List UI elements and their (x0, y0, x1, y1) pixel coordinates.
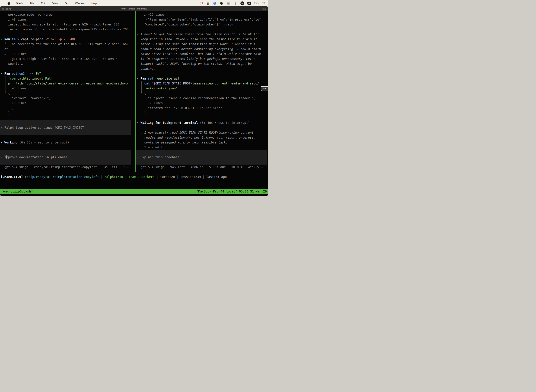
tmux-host-clock: "MacBook-Pro-44.local" 05:03 31-Mar-26 (196, 189, 267, 194)
wifi-icon[interactable] (262, 1, 266, 5)
terminal-line: ] (1, 106, 135, 111)
terminal-line: … +7 lines (137, 101, 268, 106)
terminal-line: • Ran tmux capture-pane -t %25 -p -S -80 (1, 37, 135, 42)
terminal-line: └ { (137, 91, 268, 96)
terminal-line: ↳ 1 new msg(s): read $OMX_TEAM_STATE_ROO… (137, 130, 268, 135)
menu-items: SlackFileEditViewGoWindowHelp (16, 2, 97, 5)
terminal-line: cat "$OMX_TEAM_STATE_ROOT/team/review-cu… (137, 81, 268, 86)
terminal-line (1, 135, 135, 140)
terminal-line: ⌥ + ↑ edit (137, 145, 268, 150)
terminal-line (1, 115, 135, 120)
terminal-line: … +9 lines (1, 101, 135, 106)
terminal-line: gpt-5.4 xhigh · 94% left · 488K in · 5.1… (137, 165, 268, 169)
menu-item-window[interactable]: Window (75, 2, 85, 5)
terminal-line (137, 160, 268, 165)
terminal-line (137, 27, 268, 32)
squiggle-icon[interactable] (234, 1, 237, 5)
terminal-line: › Ralph loop active continue [OMX_TMUX_I… (1, 125, 135, 130)
blue-bolt-icon[interactable] (213, 1, 216, 5)
terminal-line: … +3 lines (1, 86, 135, 91)
terminal-line: } (137, 111, 268, 115)
tmux-status-bar: [omx-cczip0:bash* "MacBook-Pro-44.local"… (0, 189, 268, 194)
terminal-line: • Ran set -euo pipefail (137, 76, 268, 81)
pane-right[interactable]: … +16 lines '{"team_name":"my-team","tas… (136, 11, 268, 172)
terminal-line: is in progress? It seems likely but perh… (137, 56, 268, 61)
omx-hud-status: [OMX#0.11.9] cczip/essay/ai-reimplementa… (0, 174, 268, 179)
terminal-line (1, 130, 135, 135)
terminal-line: └ be necessary for the end of the README… (1, 42, 135, 47)
count-badge-icon[interactable]: ..61 (240, 1, 244, 5)
pane-divider[interactable] (135, 11, 136, 172)
terminal-line: } (1, 111, 135, 115)
terminal-line: • I need to get the claim token from the… (137, 32, 268, 37)
terminal-line: weekly … (1, 61, 135, 66)
menu-item-view[interactable]: View (52, 2, 58, 5)
terminal-line: inspect_worker-1: omx sparkshell --tmux-… (1, 27, 135, 32)
window-titlebar[interactable]: omx --xhigh --madmax ⌥⌘1 (0, 6, 268, 11)
terminal-line: gpt-5.4 xhigh · 94% left · 488K in · 5.1… (1, 56, 135, 61)
menu-bar: SlackFileEditViewGoWindowHelp ..61 A (0, 0, 268, 6)
menu-item-go[interactable]: Go (65, 2, 68, 5)
terminal-line: continue assigned work or next feasible … (137, 140, 268, 145)
chat-app-icon[interactable] (199, 1, 203, 5)
left-pane-lines: workspace_mode: worktree … +9 lines insp… (1, 12, 135, 169)
terminal-line: • Working (6m 38s • esc to interrupt) (1, 140, 135, 145)
terminal-line: should send a message before completing … (137, 47, 268, 51)
terminal-line (1, 160, 135, 165)
terminal-line (1, 32, 135, 37)
terminal-line: … +16 lines (137, 12, 268, 17)
terminal-line: • Waiting for background terminal (3m 46… (137, 120, 268, 125)
pane-border-active (0, 172, 136, 172)
terminal-line: pending. (137, 66, 268, 71)
terminal-line: at (1, 47, 135, 51)
pane-left[interactable]: workspace_mode: worktree … +9 lines insp… (0, 11, 135, 172)
terminal-line: › Improve documentation in @filename (1, 155, 135, 160)
apple-icon[interactable] (7, 2, 10, 5)
terminal-line: '{"team_name":"my-team","task_id":"1","f… (137, 17, 268, 22)
terminal-window: omx --xhigh --madmax ⌥⌘1 workspace_mode:… (0, 6, 268, 196)
terminal-line (1, 120, 135, 125)
dots-grid-icon[interactable] (227, 1, 230, 5)
terminal-line: └ { (1, 91, 135, 96)
terminal-line (1, 150, 135, 155)
terminal-line: "subject": "send a concise recommendatio… (137, 96, 268, 101)
menu-item-edit[interactable]: Edit (41, 2, 45, 5)
terminal-line: tasks/task-2.json" (137, 86, 268, 91)
terminal-line: task2 after task1 is complete, but can I… (137, 51, 268, 56)
terminal-line: later. Using the same for transition mig… (137, 42, 268, 47)
pane-border-inactive (136, 172, 268, 172)
menu-item-slack[interactable]: Slack (16, 2, 23, 5)
menu-item-file[interactable]: File (30, 2, 34, 5)
terminal-line: readme-and-reco/mailbox/worker-1.json, a… (137, 135, 268, 140)
terminal-line: … +110 lines (1, 51, 135, 56)
shield-grid-icon[interactable] (206, 1, 210, 5)
terminal-content: workspace_mode: worktree … +9 lines insp… (0, 11, 268, 189)
menu-status-icons: ..61 A (199, 1, 266, 5)
terminal-line: workspace_mode: worktree (1, 12, 135, 17)
terminal-line: from pathlib import Path (1, 76, 135, 81)
terminal-line: … +9 lines (1, 17, 135, 22)
terminal-line (137, 125, 268, 130)
terminal-line: › Explain this codebase (137, 155, 268, 160)
terminal-line (137, 71, 268, 76)
terminal-line (1, 145, 135, 150)
window-shortcut: ⌥⌘1 (260, 6, 266, 11)
terminal-line: inspect_hud: omx sparkshell --tmux-pane … (1, 22, 135, 27)
terminal-line: p = Path('.omx/state/team/review-current… (1, 81, 135, 86)
terminal-line (1, 66, 135, 71)
terminal-line: "worker": "worker-1", (1, 96, 135, 101)
a-key-icon[interactable]: A (247, 2, 251, 5)
terminal-line: gpt-5.4 xhigh · essay/ai-reimplementatio… (1, 165, 135, 169)
terminal-line (137, 115, 268, 120)
menu-item-help[interactable]: Help (91, 2, 97, 5)
window-footer (0, 194, 268, 196)
terminal-line: "completed","claim_token":"claim-token"}… (137, 22, 268, 27)
terminal-line: • Ran python3 - <<'PY' (1, 71, 135, 76)
terminal-line (137, 150, 268, 155)
terminal-line: "created_at": "2026-03-31T11:59:27.816Z" (137, 106, 268, 111)
window-title: omx --xhigh --madmax (0, 6, 268, 11)
crescent-circle-icon[interactable] (220, 1, 223, 5)
battery-charging-icon[interactable] (254, 1, 259, 5)
terminal-line: inspect task2's JSON, focusing on the st… (137, 61, 268, 66)
tmux-session-name[interactable]: [omx-cczip0:bash* (1, 189, 33, 194)
